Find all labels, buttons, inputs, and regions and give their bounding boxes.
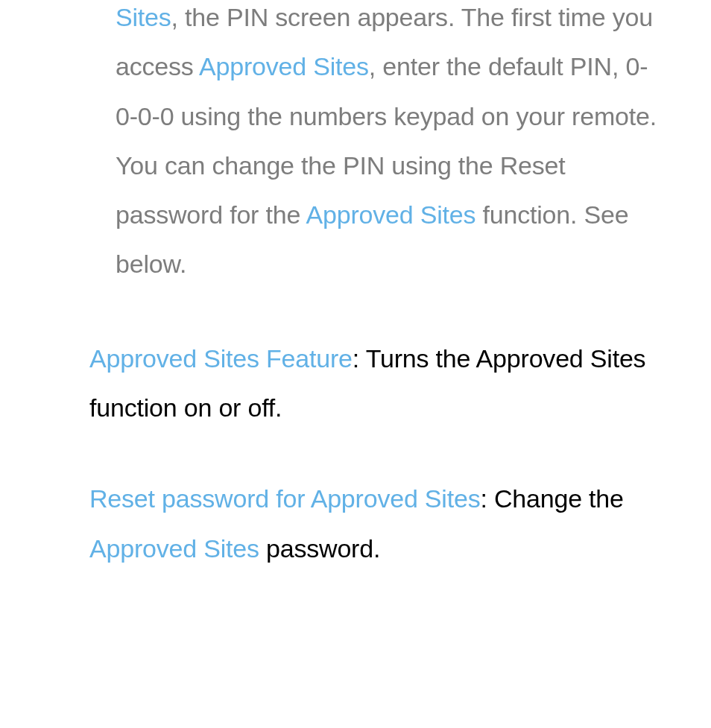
document-page: Sites, the PIN screen appears. The first… xyxy=(0,0,711,573)
link-sites[interactable]: Sites xyxy=(116,3,171,31)
text-fragment: password. xyxy=(259,534,380,563)
paragraph-reset-password: Reset password for Approved Sites: Chang… xyxy=(89,474,666,573)
link-reset-password-approved-sites[interactable]: Reset password for Approved Sites xyxy=(89,484,480,513)
paragraph-pin-instructions: Sites, the PIN screen appears. The first… xyxy=(89,0,666,289)
link-approved-sites-feature[interactable]: Approved Sites Feature xyxy=(89,344,353,373)
text-fragment: : Change the xyxy=(480,484,623,513)
link-approved-sites[interactable]: Approved Sites xyxy=(306,200,476,229)
link-approved-sites[interactable]: Approved Sites xyxy=(89,534,259,563)
link-approved-sites[interactable]: Approved Sites xyxy=(199,52,369,80)
paragraph-approved-sites-feature: Approved Sites Feature: Turns the Approv… xyxy=(89,334,666,433)
